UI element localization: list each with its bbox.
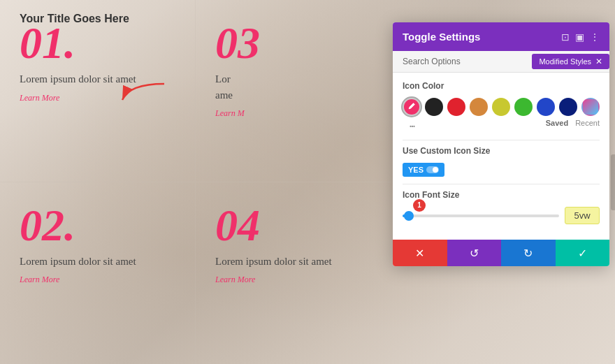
font-size-label: Icon Font Size xyxy=(403,190,600,200)
content-grid: 01. Lorem ipsum dolor sit amet Learn Mor… xyxy=(0,0,391,364)
panel-header-icons: ⊡ ▣ ⋮ xyxy=(561,31,600,43)
swatch-blue[interactable] xyxy=(537,98,555,116)
reset-icon: ↺ xyxy=(470,247,479,260)
slider-row: 1 5vw xyxy=(403,207,600,224)
icon-color-label: Icon Color xyxy=(403,81,600,91)
block-number-4: 04 xyxy=(215,203,372,248)
reset-button[interactable]: ↺ xyxy=(447,240,502,266)
swatch-gradient[interactable] xyxy=(581,98,600,116)
learn-more-link-4[interactable]: Learn More xyxy=(215,275,372,285)
yes-toggle[interactable]: YES xyxy=(403,163,444,177)
slider-value-box[interactable]: 5vw xyxy=(565,207,600,224)
swatch-black[interactable] xyxy=(425,98,443,116)
toggle-switch[interactable] xyxy=(426,166,439,173)
more-colors-icon[interactable]: ··· xyxy=(403,120,421,133)
toggle-settings-panel: Toggle Settings ⊡ ▣ ⋮ Search Options Mod… xyxy=(393,22,609,266)
redo-icon: ↻ xyxy=(523,247,533,260)
swatch-orange[interactable] xyxy=(470,98,488,116)
toggle-knob xyxy=(433,167,438,173)
divider-2 xyxy=(403,184,600,184)
slider-track[interactable]: 1 xyxy=(403,214,559,217)
block-number-3: 02. xyxy=(20,203,175,248)
pencil-icon xyxy=(407,103,416,111)
swatch-darkblue[interactable] xyxy=(559,98,577,116)
color-swatches-row xyxy=(403,98,600,116)
yes-label: YES xyxy=(408,166,424,174)
confirm-button[interactable]: ✓ xyxy=(556,240,610,266)
modified-styles-badge: Modified Styles ✕ xyxy=(532,54,609,69)
learn-more-link-1[interactable]: Learn More xyxy=(20,93,175,103)
divider-1 xyxy=(403,140,600,140)
cancel-icon: ✕ xyxy=(415,247,424,260)
panel-title: Toggle Settings xyxy=(403,31,480,43)
search-options-tab[interactable]: Search Options xyxy=(393,51,470,72)
modified-badge-close[interactable]: ✕ xyxy=(595,57,602,66)
panel-icon-preview[interactable]: ⊡ xyxy=(561,31,570,43)
swatch-red[interactable] xyxy=(447,98,465,116)
block-number-1: 01. xyxy=(20,21,175,66)
swatch-yellow[interactable] xyxy=(492,98,510,116)
content-block-3: 02. Lorem ipsum dolor sit amet Learn Mor… xyxy=(0,182,196,365)
content-block-4: 04 Lorem ipsum dolor sit amet Learn More xyxy=(196,182,391,365)
content-block-1: 01. Lorem ipsum dolor sit amet Learn Mor… xyxy=(0,0,196,182)
saved-recent-tabs: Saved Recent xyxy=(546,119,600,127)
scroll-indicator xyxy=(611,154,615,210)
slider-section: 1 5vw xyxy=(403,207,600,224)
confirm-icon: ✓ xyxy=(578,247,587,260)
panel-icon-layout[interactable]: ▣ xyxy=(575,31,584,43)
block-text-4: Lorem ipsum dolor sit amet xyxy=(215,254,372,270)
cancel-button[interactable]: ✕ xyxy=(393,240,447,266)
custom-size-label: Use Custom Icon Size xyxy=(403,146,600,156)
slider-thumb[interactable] xyxy=(404,211,414,221)
redo-button[interactable]: ↻ xyxy=(501,240,556,266)
block-text-3: Lorem ipsum dolor sit amet xyxy=(20,254,175,270)
panel-body: Icon Color ··· Saved Recent xyxy=(393,73,609,240)
swatch-green[interactable] xyxy=(514,98,533,116)
content-block-2: 03 Lorame Learn M xyxy=(196,0,391,182)
toggle-row: YES xyxy=(403,163,600,177)
modified-styles-label: Modified Styles xyxy=(539,57,591,66)
learn-more-link-2[interactable]: Learn M xyxy=(215,108,372,119)
slider-badge: 1 xyxy=(413,199,426,212)
block-number-2: 03 xyxy=(215,21,372,66)
panel-footer: ✕ ↺ ↻ ✓ xyxy=(393,240,609,266)
learn-more-link-3[interactable]: Learn More xyxy=(20,275,175,285)
panel-icon-more[interactable]: ⋮ xyxy=(590,31,600,43)
recent-tab[interactable]: Recent xyxy=(575,119,600,127)
panel-search-row: Search Options Modified Styles ✕ xyxy=(393,51,609,73)
block-text-1: Lorem ipsum dolor sit amet xyxy=(20,71,175,87)
saved-tab[interactable]: Saved xyxy=(546,119,568,127)
swatch-pink[interactable] xyxy=(403,98,421,116)
block-text-2: Lorame xyxy=(215,71,372,103)
panel-header: Toggle Settings ⊡ ▣ ⋮ xyxy=(393,22,609,51)
